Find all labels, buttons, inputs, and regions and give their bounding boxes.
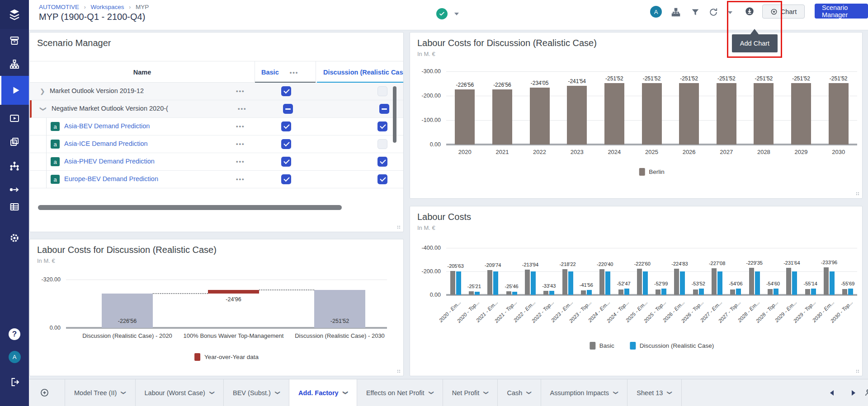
sidebar-item-tables[interactable] xyxy=(0,196,29,218)
assumption-link[interactable]: Asia-PHEV Demand Prediction xyxy=(64,158,155,165)
sheet-tab[interactable]: BEV (Subst.)❯ xyxy=(224,379,289,406)
hierarchy-icon[interactable] xyxy=(671,7,681,19)
refresh-icon[interactable] xyxy=(708,7,718,19)
chevron-down-icon[interactable]: ❯ xyxy=(275,391,281,395)
checkbox-basic-checked[interactable] xyxy=(281,174,291,184)
model-status[interactable] xyxy=(436,8,459,19)
row-menu[interactable]: ••• xyxy=(236,176,245,182)
panel-resize-handle[interactable] xyxy=(856,369,859,373)
sidebar-item-presentation[interactable] xyxy=(0,107,29,129)
x-tick-label: 2030 - Em... xyxy=(796,299,835,338)
sheet-tab[interactable]: Assumption Impacts❯ xyxy=(541,379,628,406)
chevron-down-icon[interactable]: ❯ xyxy=(429,391,434,395)
chevron-down-icon[interactable]: ❯ xyxy=(526,391,532,395)
x-tick-label: 2023 - Em... xyxy=(535,299,574,338)
scenario-row[interactable]: aEurope-BEV Demand Prediction••• xyxy=(30,171,403,188)
checkbox-discussion-checked[interactable] xyxy=(377,174,387,184)
sidebar-avatar[interactable]: A xyxy=(0,346,29,368)
download-icon[interactable] xyxy=(745,6,755,18)
scenario-row[interactable]: aAsia-ICE Demand Prediction••• xyxy=(30,135,403,153)
sheet-tab[interactable]: Model Tree (II)❯ xyxy=(65,379,136,406)
plus-circle-icon xyxy=(40,388,49,397)
breadcrumb-link-automotive[interactable]: AUTOMOTIVE xyxy=(39,4,79,10)
legend-item[interactable]: Berlin xyxy=(639,168,665,176)
row-menu[interactable]: ••• xyxy=(236,123,245,130)
sheet-tab[interactable]: Add. Factory❯ xyxy=(289,379,357,406)
sheet-tab[interactable]: Net Profit❯ xyxy=(443,379,498,406)
checkbox-basic-checked[interactable] xyxy=(281,139,291,149)
checkbox-discussion-unchecked[interactable] xyxy=(377,86,387,96)
topbar-avatar[interactable]: A xyxy=(650,6,662,18)
panel-resize-handle[interactable] xyxy=(856,192,859,196)
checkbox-discussion-checked[interactable] xyxy=(377,121,387,131)
collapse-caret-icon[interactable]: ❯ xyxy=(40,106,47,112)
assumption-link[interactable]: Asia-ICE Demand Prediction xyxy=(64,140,148,147)
add-sheet-button[interactable] xyxy=(40,379,49,406)
sidebar-item-archive[interactable] xyxy=(0,30,29,51)
sidebar-item-settings[interactable] xyxy=(0,227,29,249)
scenario-manager-button[interactable]: Scenario Manager xyxy=(815,4,868,19)
sidebar-item-reports[interactable] xyxy=(0,131,29,153)
sidebar-item-model-network[interactable] xyxy=(0,155,29,177)
chevron-down-icon[interactable]: ❯ xyxy=(667,391,673,395)
bar-berlin xyxy=(642,83,662,145)
panel-resize-handle[interactable] xyxy=(397,369,401,373)
row-menu[interactable]: ••• xyxy=(236,88,245,94)
horizontal-scrollbar[interactable] xyxy=(38,205,342,210)
indent-guide xyxy=(46,153,47,171)
checkbox-basic-checked[interactable] xyxy=(281,121,291,131)
assumption-link[interactable]: Europe-BEV Demand Prediction xyxy=(64,175,158,182)
scenario-row[interactable]: aAsia-PHEV Demand Prediction••• xyxy=(30,153,403,171)
refresh-options-caret[interactable] xyxy=(728,11,732,14)
expand-caret-icon[interactable]: ❯ xyxy=(40,88,45,95)
checkbox-discussion-unchecked[interactable] xyxy=(377,139,387,149)
tabs-scroll-left-arrow[interactable] xyxy=(830,390,834,396)
row-menu[interactable]: ••• xyxy=(238,105,247,112)
checkbox-discussion-indeterminate[interactable] xyxy=(379,104,389,114)
sheet-tab[interactable]: Cash❯ xyxy=(498,379,541,406)
legend-item[interactable]: Discussion (Realistic Case) xyxy=(630,342,714,350)
row-menu[interactable]: ••• xyxy=(236,158,245,165)
column-header-basic[interactable]: Basic ••• xyxy=(255,61,316,83)
bar-value-label: -251'52 xyxy=(633,75,671,82)
sidebar-item-simulation-active[interactable] xyxy=(0,76,29,105)
scenario-table-body: ❯Market Outlook Version 2019-12•••❯Negat… xyxy=(30,83,403,189)
sheet-tab[interactable]: Effects on Net Profit❯ xyxy=(357,379,443,406)
chevron-down-icon[interactable]: ❯ xyxy=(343,391,349,395)
panel-resize-handle[interactable] xyxy=(397,225,401,229)
app-logo-icon[interactable] xyxy=(0,0,29,29)
column-header-discussion[interactable]: Discussion (Realistic Case) xyxy=(317,61,403,83)
sidebar-item-logout[interactable] xyxy=(0,371,29,393)
chevron-down-icon[interactable]: ❯ xyxy=(121,391,127,395)
basic-column-menu[interactable]: ••• xyxy=(290,69,299,76)
scenario-row[interactable]: ❯Negative Market Outlook Version 2020-(•… xyxy=(30,100,403,118)
scenario-row[interactable]: ❯Market Outlook Version 2019-12••• xyxy=(30,83,403,100)
chevron-down-icon[interactable]: ❯ xyxy=(209,391,215,395)
checkbox-basic-checked[interactable] xyxy=(281,157,291,167)
sheet-tab[interactable]: Labour (Worst Case)❯ xyxy=(136,379,224,406)
sheet-tab[interactable]: Sheet 13❯ xyxy=(627,379,681,406)
chevron-down-icon[interactable]: ❯ xyxy=(483,391,489,395)
chart-legend: Year-over-Year data xyxy=(194,353,259,361)
tabs-scroll-right-arrow[interactable] xyxy=(852,390,855,396)
add-chart-button[interactable]: Chart xyxy=(762,5,805,19)
assumption-badge: a xyxy=(51,157,60,166)
indent-guide xyxy=(46,118,47,135)
checkbox-discussion-checked[interactable] xyxy=(377,157,387,167)
sidebar-item-hierarchy[interactable] xyxy=(0,53,29,75)
vertical-scrollbar[interactable] xyxy=(393,86,396,143)
assumption-link[interactable]: Asia-BEV Demand Prediction xyxy=(64,122,150,130)
breadcrumb-link-workspaces[interactable]: Workspaces xyxy=(91,4,124,10)
checkbox-basic-indeterminate[interactable] xyxy=(283,104,293,114)
sidebar-item-help[interactable]: ? xyxy=(0,323,29,345)
share-user-icon[interactable] xyxy=(864,388,868,399)
checkbox-basic-checked[interactable] xyxy=(281,86,291,96)
legend-item[interactable]: Year-over-Year data xyxy=(194,353,259,361)
chevron-down-icon[interactable]: ❯ xyxy=(613,391,619,395)
filter-icon[interactable] xyxy=(690,7,700,19)
legend-item[interactable]: Basic xyxy=(590,342,614,350)
scenario-row[interactable]: aAsia-BEV Demand Prediction••• xyxy=(30,118,403,135)
y-tick-label: -200.00 xyxy=(403,268,441,275)
labour-costs-chart-panel: Labour Costs In M. € -400.00-200.000.00-… xyxy=(410,206,863,376)
row-menu[interactable]: ••• xyxy=(236,140,245,147)
